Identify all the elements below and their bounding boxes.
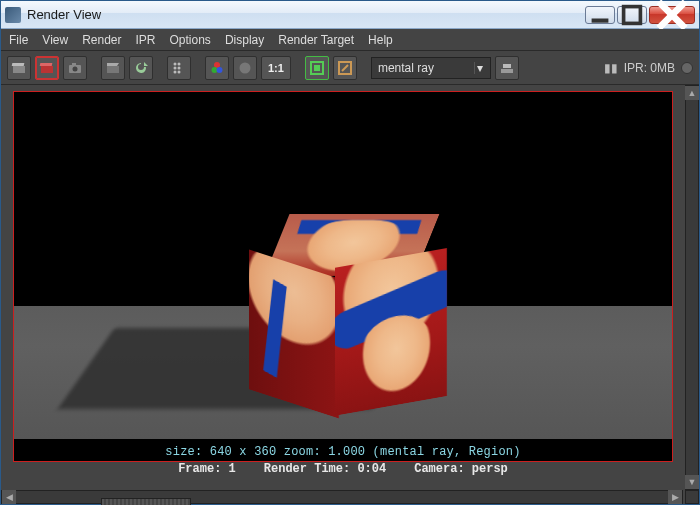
maximize-icon <box>618 1 646 29</box>
svg-rect-4 <box>13 66 25 73</box>
pause-icon[interactable]: ▮▮ <box>604 61 618 75</box>
render-view-window: Render View File View Render IPR Options… <box>0 0 700 505</box>
rgb-circle-icon <box>209 60 225 76</box>
refresh-ipr-button[interactable] <box>129 56 153 80</box>
status-frame: Frame: 1 <box>178 462 236 476</box>
horizontal-scrollbar[interactable]: ◀ ▶ <box>1 490 683 504</box>
ipr-clapper-icon <box>105 60 121 76</box>
keep-image-button[interactable] <box>305 56 329 80</box>
settings-stack-icon <box>499 60 515 76</box>
renderer-dropdown[interactable]: mental ray ▾ <box>371 57 491 79</box>
redo-render-button[interactable] <box>7 56 31 80</box>
real-size-button[interactable]: 1:1 <box>261 56 291 80</box>
status-render-time: Render Time: 0:04 <box>264 462 386 476</box>
render-region-frame: size: 640 x 360 zoom: 1.000 (mental ray,… <box>13 91 673 462</box>
scroll-up-button[interactable]: ▲ <box>685 86 699 100</box>
svg-point-13 <box>178 62 181 65</box>
render-region-button[interactable] <box>35 56 59 80</box>
svg-rect-5 <box>12 63 25 66</box>
svg-rect-7 <box>40 63 53 66</box>
svg-point-16 <box>174 70 177 73</box>
status-camera: Camera: persp <box>414 462 508 476</box>
status-bar: Frame: 1 Render Time: 0:04 Camera: persp <box>13 462 673 476</box>
svg-point-21 <box>240 62 251 73</box>
menu-file[interactable]: File <box>9 33 28 47</box>
svg-rect-1 <box>624 6 641 23</box>
svg-rect-23 <box>314 65 320 71</box>
render-settings-button[interactable] <box>205 56 229 80</box>
svg-point-20 <box>217 67 223 73</box>
grid-dots-icon <box>171 60 187 76</box>
svg-rect-11 <box>107 66 119 73</box>
maximize-button[interactable] <box>617 6 647 24</box>
svg-point-17 <box>178 70 181 73</box>
rendered-scene <box>14 92 672 461</box>
menu-options[interactable]: Options <box>170 33 211 47</box>
scrollbar-corner <box>685 490 699 504</box>
titlebar[interactable]: Render View <box>1 1 699 29</box>
svg-rect-25 <box>501 69 513 73</box>
ratio-label: 1:1 <box>268 62 284 74</box>
window-controls <box>585 6 695 24</box>
toolbar: 1:1 mental ray ▾ ▮▮ IPR: 0MB <box>1 51 699 85</box>
app-icon <box>5 7 21 23</box>
rendered-cube <box>257 214 432 389</box>
ipr-render-button[interactable] <box>101 56 125 80</box>
ipr-status-indicator-icon <box>681 62 693 74</box>
renderer-selected-label: mental ray <box>378 61 434 75</box>
svg-rect-6 <box>41 66 53 73</box>
minimize-icon <box>586 1 614 29</box>
camera-icon <box>67 60 83 76</box>
cube-face-left <box>249 249 339 418</box>
menubar: File View Render IPR Options Display Ren… <box>1 29 699 51</box>
menu-render-target[interactable]: Render Target <box>278 33 354 47</box>
svg-rect-10 <box>72 63 76 66</box>
svg-point-15 <box>178 66 181 69</box>
scroll-down-button[interactable]: ▼ <box>685 475 699 489</box>
render-sequence-button[interactable] <box>167 56 191 80</box>
menu-display[interactable]: Display <box>225 33 264 47</box>
svg-point-9 <box>73 66 78 71</box>
scroll-left-button[interactable]: ◀ <box>2 490 16 504</box>
chevron-down-icon: ▾ <box>474 62 486 74</box>
keep-icon <box>309 60 325 76</box>
menu-view[interactable]: View <box>42 33 68 47</box>
render-viewport[interactable]: size: 640 x 360 zoom: 1.000 (mental ray,… <box>1 85 685 490</box>
ipr-status-label: IPR: 0MB <box>624 61 675 75</box>
scroll-right-button[interactable]: ▶ <box>668 490 682 504</box>
open-render-globals-button[interactable] <box>495 56 519 80</box>
scroll-h-thumb[interactable] <box>101 498 191 505</box>
clapper-icon <box>11 60 27 76</box>
menu-help[interactable]: Help <box>368 33 393 47</box>
viewport-container: size: 640 x 360 zoom: 1.000 (mental ray,… <box>1 85 699 504</box>
remove-image-button[interactable] <box>333 56 357 80</box>
window-title: Render View <box>27 7 585 22</box>
menu-ipr[interactable]: IPR <box>136 33 156 47</box>
vertical-scrollbar[interactable]: ▲ ▼ <box>685 85 699 490</box>
minimize-button[interactable] <box>585 6 615 24</box>
svg-point-12 <box>174 62 177 65</box>
menu-render[interactable]: Render <box>82 33 121 47</box>
remove-icon <box>337 60 353 76</box>
display-alpha-button[interactable] <box>233 56 257 80</box>
ipr-status: ▮▮ IPR: 0MB <box>604 61 693 75</box>
cube-face-front <box>335 248 447 416</box>
refresh-icon <box>133 60 149 76</box>
clapper-red-icon <box>39 60 55 76</box>
snapshot-button[interactable] <box>63 56 87 80</box>
render-info-overlay: size: 640 x 360 zoom: 1.000 (mental ray,… <box>14 445 672 459</box>
circle-gray-icon <box>237 60 253 76</box>
svg-rect-26 <box>503 64 511 68</box>
close-button[interactable] <box>649 6 695 24</box>
svg-point-14 <box>174 66 177 69</box>
